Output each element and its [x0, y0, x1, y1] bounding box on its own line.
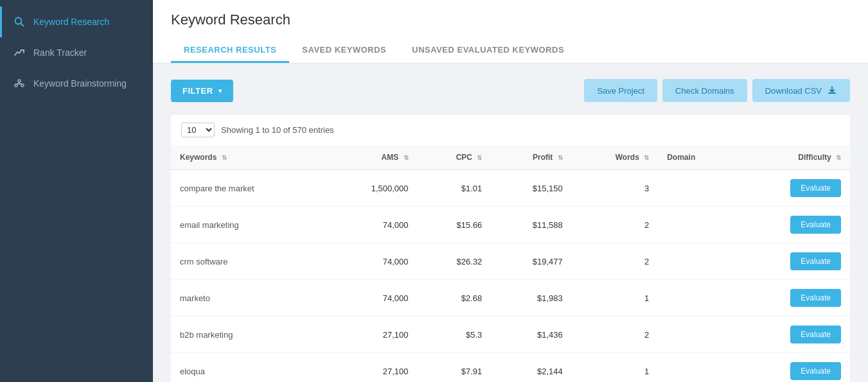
- cell-keyword: marketo: [171, 280, 325, 317]
- col-header-domain: Domain: [658, 145, 735, 170]
- svg-rect-8: [828, 92, 836, 94]
- cell-difficulty: Evaluate: [736, 317, 850, 353]
- cell-domain: [658, 207, 735, 243]
- cell-profit: $15,150: [491, 170, 571, 207]
- cell-keyword: b2b marketing: [171, 317, 325, 353]
- results-table-wrapper: 10 25 50 100 Showing 1 to 10 of 570 entr…: [171, 115, 850, 382]
- sidebar: Keyword Research Rank Tracker Keyword Br…: [0, 0, 153, 382]
- cell-cpc: $26.32: [418, 243, 492, 280]
- svg-point-2: [18, 80, 21, 82]
- cell-cpc: $1.01: [418, 170, 492, 207]
- col-header-keywords: Keywords ⇅: [171, 145, 325, 170]
- cell-difficulty: Evaluate: [736, 353, 850, 383]
- evaluate-button[interactable]: Evaluate: [790, 289, 841, 307]
- cell-ams: 74,000: [325, 207, 417, 243]
- toolbar-right: Save Project Check Domains Download CSV: [584, 79, 850, 102]
- check-domains-button[interactable]: Check Domains: [662, 79, 747, 102]
- cell-profit: $1,983: [491, 280, 571, 317]
- cell-cpc: $7.91: [418, 353, 492, 383]
- evaluate-button[interactable]: Evaluate: [790, 252, 841, 270]
- tab-unsaved-evaluated-keywords[interactable]: Unsaved Evaluated Keywords: [399, 39, 577, 63]
- evaluate-button[interactable]: Evaluate: [790, 362, 841, 380]
- cell-keyword: compare the market: [171, 170, 325, 207]
- cell-cpc: $15.66: [418, 207, 492, 243]
- cell-ams: 74,000: [325, 280, 417, 317]
- cell-profit: $2,144: [491, 353, 571, 383]
- cell-keyword: eloqua: [171, 353, 325, 383]
- sort-icon: ⇅: [477, 154, 482, 161]
- sidebar-item-label: Keyword Research: [33, 17, 109, 27]
- cell-words: 1: [572, 280, 659, 317]
- col-header-profit: Profit ⇅: [491, 145, 571, 170]
- svg-point-3: [15, 84, 17, 87]
- svg-line-1: [21, 24, 24, 26]
- cell-profit: $1,436: [491, 317, 571, 353]
- page-header: Keyword Research Research Results Saved …: [153, 0, 868, 64]
- cell-words: 3: [572, 170, 659, 207]
- table-header-row: Keywords ⇅ AMS ⇅ CPC ⇅ Profit: [171, 145, 850, 170]
- cell-domain: [658, 170, 735, 207]
- sidebar-item-keyword-research[interactable]: Keyword Research: [0, 6, 153, 37]
- cell-keyword: crm software: [171, 243, 325, 280]
- download-csv-button[interactable]: Download CSV: [752, 79, 850, 102]
- tab-saved-keywords[interactable]: Saved Keywords: [289, 39, 399, 63]
- cell-profit: $11,588: [491, 207, 571, 243]
- tab-research-results[interactable]: Research Results: [171, 39, 289, 63]
- page-title: Keyword Research: [171, 12, 850, 28]
- sidebar-item-rank-tracker[interactable]: Rank Tracker: [0, 37, 153, 68]
- col-header-ams: AMS ⇅: [325, 145, 417, 170]
- sidebar-item-label: Rank Tracker: [33, 48, 87, 58]
- sidebar-item-label: Keyword Brainstorming: [33, 78, 127, 89]
- save-project-button[interactable]: Save Project: [584, 79, 657, 102]
- cell-domain: [658, 353, 735, 383]
- sort-icon: ⇅: [836, 154, 841, 161]
- cell-ams: 74,000: [325, 243, 417, 280]
- entries-per-page-select[interactable]: 10 25 50 100: [181, 123, 215, 137]
- sidebar-item-keyword-brainstorming[interactable]: Keyword Brainstorming: [0, 68, 153, 99]
- cell-words: 2: [572, 243, 659, 280]
- toolbar-left: FILTER ▾: [171, 80, 233, 102]
- table-body: compare the market 1,500,000 $1.01 $15,1…: [171, 170, 850, 383]
- download-icon: [827, 85, 837, 96]
- sort-icon: ⇅: [644, 154, 649, 161]
- cell-cpc: $2.68: [418, 280, 492, 317]
- sort-icon: ⇅: [403, 154, 409, 161]
- col-header-cpc: CPC ⇅: [418, 145, 492, 170]
- col-header-difficulty: Difficulty ⇅: [736, 145, 850, 170]
- cell-keyword: email marketing: [171, 207, 325, 243]
- col-header-words: Words ⇅: [572, 145, 659, 170]
- evaluate-button[interactable]: Evaluate: [790, 179, 841, 197]
- table-row: crm software 74,000 $26.32 $19,477 2 Eva…: [171, 243, 850, 280]
- cell-difficulty: Evaluate: [736, 243, 850, 280]
- svg-point-4: [21, 84, 24, 87]
- content-area: FILTER ▾ Save Project Check Domains Down…: [153, 64, 868, 382]
- main-content: Keyword Research Research Results Saved …: [153, 0, 868, 382]
- cell-cpc: $5.3: [418, 317, 492, 353]
- cell-domain: [658, 280, 735, 317]
- table-row: eloqua 27,100 $7.91 $2,144 1 Evaluate: [171, 353, 850, 383]
- showing-entries-text: Showing 1 to 10 of 570 entries: [221, 125, 334, 135]
- chevron-down-icon: ▾: [218, 87, 222, 94]
- cell-domain: [658, 317, 735, 353]
- brainstorm-icon: [13, 77, 26, 90]
- table-row: marketo 74,000 $2.68 $1,983 1 Evaluate: [171, 280, 850, 317]
- cell-ams: 1,500,000: [325, 170, 417, 207]
- table-row: b2b marketing 27,100 $5.3 $1,436 2 Evalu…: [171, 317, 850, 353]
- cell-difficulty: Evaluate: [736, 170, 850, 207]
- cell-ams: 27,100: [325, 317, 417, 353]
- table-row: email marketing 74,000 $15.66 $11,588 2 …: [171, 207, 850, 243]
- results-table: Keywords ⇅ AMS ⇅ CPC ⇅ Profit: [171, 145, 850, 382]
- cell-ams: 27,100: [325, 353, 417, 383]
- cell-words: 2: [572, 317, 659, 353]
- filter-button[interactable]: FILTER ▾: [171, 80, 233, 102]
- cell-words: 1: [572, 353, 659, 383]
- evaluate-button[interactable]: Evaluate: [790, 216, 841, 234]
- table-row: compare the market 1,500,000 $1.01 $15,1…: [171, 170, 850, 207]
- toolbar: FILTER ▾ Save Project Check Domains Down…: [171, 79, 850, 102]
- cell-profit: $19,477: [491, 243, 571, 280]
- cell-domain: [658, 243, 735, 280]
- chart-icon: [13, 46, 26, 59]
- evaluate-button[interactable]: Evaluate: [790, 326, 841, 343]
- search-icon: [13, 15, 26, 28]
- table-meta: 10 25 50 100 Showing 1 to 10 of 570 entr…: [171, 115, 850, 145]
